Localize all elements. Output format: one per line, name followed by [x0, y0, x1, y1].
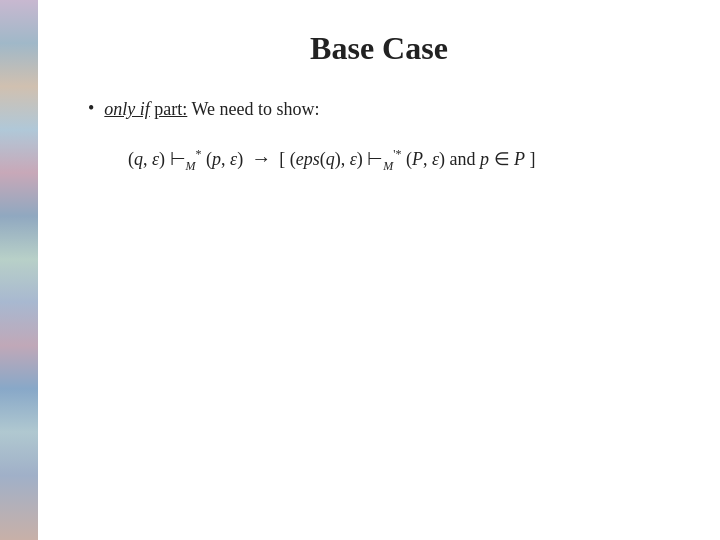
- content-area: • only if part: We need to show: (q, ε) …: [68, 97, 690, 520]
- slide-title: Base Case: [68, 30, 690, 67]
- math-lhs: (q, ε) ⊢M* (p, ε): [128, 145, 243, 176]
- math-rhs: [ (eps(q), ε) ⊢M'* (P, ε) and p ∈ P ]: [279, 145, 535, 176]
- bullet-item: • only if part: We need to show:: [88, 97, 690, 122]
- bullet-dot: •: [88, 98, 94, 119]
- arrow-symbol: →: [251, 142, 271, 174]
- math-expression: (q, ε) ⊢M* (p, ε) → [ (eps(q), ε) ⊢M'* (…: [128, 142, 690, 176]
- bullet-text: only if part: We need to show:: [104, 97, 319, 122]
- decorative-left-bar: [0, 0, 38, 540]
- slide-content: Base Case • only if part: We need to sho…: [38, 0, 720, 540]
- only-if-text: only if: [104, 99, 150, 119]
- part-label: part: We need to show:: [154, 99, 319, 119]
